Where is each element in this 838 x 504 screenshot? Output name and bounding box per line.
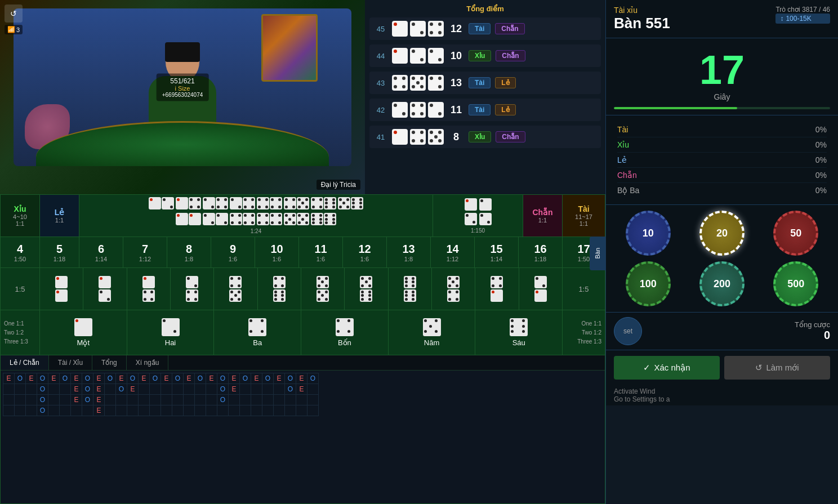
bet-single-2[interactable]: Hai (127, 310, 215, 355)
dice-display (392, 129, 444, 145)
odds-row-tai: Tài 0% (617, 122, 827, 137)
bet-num-9[interactable]: 9 1:6 (211, 237, 255, 267)
specific-dice-11[interactable] (475, 268, 519, 310)
bet-le-area[interactable]: Lẻ 1:1 (40, 195, 79, 237)
chip-20[interactable]: 20 (699, 211, 745, 256)
dice-combo[interactable] (176, 197, 201, 209)
chip-500[interactable]: 500 (773, 261, 818, 306)
odds-15-right: 1:5 (563, 268, 605, 310)
dice-combo[interactable] (203, 197, 228, 209)
stats-grid-container: E O E O E O E O E O E O E O E (1, 371, 605, 503)
bet-total-right: Tổng cược 0 (647, 320, 830, 342)
table-row[interactable]: 43 (369, 72, 601, 94)
specific-dice-8[interactable] (345, 268, 388, 310)
tab-tai-xiu[interactable]: Tài / Xỉu (49, 355, 92, 370)
bet-chan-area[interactable]: Chẵn 1:1 (523, 195, 563, 237)
bet-xiu-area[interactable]: Xỉu 4~10 1:1 (1, 195, 40, 237)
specific-dice-5[interactable] (214, 268, 257, 310)
specific-dice-1[interactable] (40, 268, 83, 310)
single-label: Sáu (512, 338, 525, 347)
refresh-video-button[interactable]: ↺ (5, 5, 23, 23)
result-badge-2: Chẵn (496, 50, 525, 61)
bet-single-1[interactable]: Một (40, 310, 127, 355)
single-dice-odds-right: One 1:1 Two 1:2 Three 1:3 (563, 310, 605, 355)
round-number: 45 (374, 25, 387, 33)
dice-combo[interactable] (311, 213, 336, 225)
chip-50[interactable]: 50 (773, 211, 818, 256)
dice-combo[interactable] (230, 213, 255, 225)
bet-num-12[interactable]: 12 1:6 (343, 237, 387, 267)
result-badge-1: Xỉu (469, 50, 491, 61)
specific-dice-6[interactable] (258, 268, 301, 310)
bet-num-8[interactable]: 8 1:8 (167, 237, 211, 267)
bet-num-7[interactable]: 7 1:12 (123, 237, 167, 267)
bet-single-3[interactable]: Ba (214, 310, 301, 355)
table-row[interactable]: 42 (369, 99, 601, 121)
bet-num-13[interactable]: 13 1:8 (387, 237, 431, 267)
chip-10[interactable]: 10 (626, 211, 671, 256)
dice-combo[interactable] (284, 213, 309, 225)
result-badge-2: Chẵn (496, 131, 525, 142)
dice-combo[interactable] (338, 197, 363, 209)
bet-single-6[interactable]: Sáu (475, 310, 563, 355)
odds-val-le: 0% (815, 155, 827, 164)
die-3 (428, 21, 444, 37)
bet-num-16[interactable]: 16 1:18 (519, 237, 563, 267)
odds-name-le: Lẻ (617, 155, 627, 164)
dice-combo[interactable] (176, 213, 201, 225)
stats-row: O E O E O E (3, 384, 319, 395)
set-button[interactable]: set (614, 317, 642, 345)
table-row[interactable]: 45 (369, 17, 601, 40)
dice-combo[interactable] (257, 213, 282, 225)
tab-xi-ngau[interactable]: Xí ngầu (127, 355, 169, 370)
confirm-button[interactable]: ✓ Xác nhận (614, 356, 720, 380)
bet-num-10[interactable]: 10 1:6 (255, 237, 299, 267)
single-label: Ba (253, 338, 262, 347)
video-area: 551/621 i Size +669563024074 ↺ 📶3 Đại lý… (0, 0, 365, 194)
tab-tong[interactable]: Tổng (92, 355, 127, 370)
game-title: Tài xỉu (614, 6, 670, 15)
bet-num-15[interactable]: 15 1:14 (475, 237, 519, 267)
tab-le-chan[interactable]: Lẻ / Chẵn (1, 355, 49, 370)
bet-single-5[interactable]: Năm (389, 310, 476, 355)
countdown-bar (614, 107, 830, 109)
chip-100[interactable]: 100 (626, 261, 671, 306)
dice-single-pairs[interactable]: 1:150 (433, 195, 523, 237)
xiu-sublabel: 4~10 (13, 213, 27, 220)
sidebar-tab[interactable]: Bàn (590, 237, 605, 270)
specific-dice-4[interactable] (171, 268, 214, 310)
specific-dice-9[interactable] (389, 268, 432, 310)
dealer-label: Đại lý Tricia (317, 180, 360, 190)
dice-combo[interactable] (203, 213, 228, 225)
dice-combo[interactable] (284, 197, 309, 209)
score: 10 (448, 50, 464, 62)
chip-200[interactable]: 200 (699, 261, 745, 306)
dice-combo[interactable] (230, 197, 255, 209)
result-badge-2: Chẵn (495, 23, 524, 34)
bet-num-11[interactable]: 11 1:6 (299, 237, 343, 267)
bet-num-5[interactable]: 5 1:18 (40, 237, 79, 267)
specific-dice-10[interactable] (432, 268, 475, 310)
specific-dice-3[interactable] (127, 268, 171, 310)
bet-single-4[interactable]: Bốn (301, 310, 389, 355)
specific-dice-2[interactable] (83, 268, 127, 310)
score: 8 (448, 131, 464, 143)
bet-num-6[interactable]: 6 1:14 (79, 237, 123, 267)
table-row[interactable]: 44 (369, 44, 601, 67)
dice-combo[interactable] (311, 197, 336, 209)
dice-combo[interactable] (149, 197, 174, 209)
dice-display (392, 21, 444, 37)
specific-dice-7[interactable] (301, 268, 345, 310)
countdown-number: 17 (614, 50, 830, 90)
single-dice-odds-left: One 1:1 Two 1:2 Three 1:3 (1, 310, 40, 355)
bet-num-14[interactable]: 14 1:12 (431, 237, 475, 267)
chan-odds: 1:1 (538, 217, 547, 224)
dice-combinations-area[interactable]: 1:24 (79, 195, 433, 237)
bet-num-4[interactable]: 4 1:50 (1, 237, 40, 267)
bet-tai-area[interactable]: Tài 11~17 1:1 (563, 195, 605, 237)
refresh-button[interactable]: ↺ Làm mới (724, 356, 830, 380)
dice-combo[interactable] (257, 197, 282, 209)
table-row[interactable]: 41 (369, 126, 601, 148)
dice-display (392, 75, 444, 91)
specific-dice-12[interactable] (519, 268, 563, 310)
